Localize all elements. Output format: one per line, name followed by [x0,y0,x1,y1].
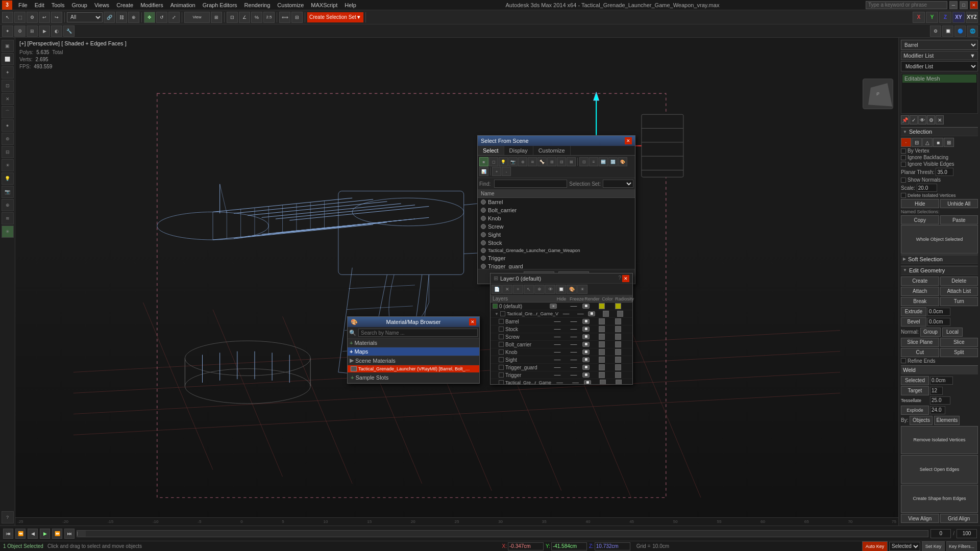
extrude-input[interactable] [927,308,950,316]
layer-item-knob[interactable]: Knob ──── 🔲 [491,348,632,356]
tb-angle-snap[interactable]: ∠ [239,12,250,23]
play-back-btn[interactable]: ◀ [28,529,38,539]
mat-section-materials[interactable]: + Materials [348,339,479,347]
slice-button[interactable]: Slice [940,338,978,347]
layer-barrel-check[interactable] [499,319,504,324]
stock-color[interactable] [599,326,605,332]
modifier-stack[interactable]: Editable Mesh [901,73,978,114]
tb-select-scale[interactable]: ⤢ [168,12,180,23]
layer-tactical2-check[interactable] [499,380,504,384]
scene-object-list[interactable]: Barrel Bolt_carrier Knob Screw Sight Sto… [478,198,635,269]
tb-ref-coord[interactable]: View [184,12,210,23]
explode-button[interactable]: Explode [901,406,929,415]
key-filters-btn[interactable]: Key Filters... [946,541,977,552]
tb-link[interactable]: 🔗 [104,12,115,23]
explode-input[interactable] [930,406,945,414]
stock-render[interactable]: 🔲 [582,327,590,332]
scene-filter-space[interactable]: ≋ [528,157,537,166]
ignore-visible-check[interactable] [901,162,906,167]
face-btn[interactable]: △ [922,138,933,147]
scene-item-knob[interactable]: Knob [478,214,635,222]
layer-0-color-box[interactable] [599,303,605,309]
sidebar-light-sun[interactable]: ☀ [2,159,14,171]
split-button[interactable]: Split [940,348,978,357]
layer-item-screw[interactable]: Screw ──── 🔲 [491,333,632,341]
scene-filter-none[interactable]: ⊟ [557,157,566,166]
tb-align[interactable]: ⊟ [291,12,303,23]
trigger-color[interactable] [599,372,605,378]
scene-item-bolt-carrier[interactable]: Bolt_carrier [478,206,635,214]
sidebar-scene-x[interactable]: ✕ [2,93,14,105]
mod-pin-btn[interactable]: 📌 [901,115,909,124]
material-browser-close[interactable]: ✕ [469,318,476,325]
scene-collapse[interactable]: - [502,167,511,176]
screw-render[interactable]: 🔲 [582,334,590,339]
normal-local-button[interactable]: Local [942,328,963,337]
screw-radiosity[interactable] [615,334,621,340]
screw-color[interactable] [599,334,605,340]
tab-display[interactable]: ◐ [51,26,62,37]
scale-input[interactable] [917,184,937,192]
layer-select-btn[interactable]: ↖ [524,285,534,294]
grid-align-button[interactable]: Grid Align [940,514,978,523]
modifier-editable-mesh[interactable]: Editable Mesh [902,74,976,83]
layer-item-trigger-guard[interactable]: Trigger_guard ──── 🔲 [491,364,632,371]
paste-button[interactable]: Paste [940,215,978,224]
xyz-axis-button[interactable]: XYZ [966,12,978,23]
select-tab[interactable]: Select [478,146,504,155]
layer-0-render-icon[interactable]: 🔲 [582,304,590,309]
scene-sort-color[interactable]: 🎨 [618,157,627,166]
menu-edit[interactable]: Edit [32,2,47,9]
sidebar-info[interactable]: ? [2,511,14,523]
remove-isolated-button[interactable]: Remove Isolated Vertices [901,426,978,455]
tb-redo[interactable]: ↪ [51,12,62,23]
sample-slots-expand[interactable]: + Sample Slots [349,373,478,382]
layer-bolt-check[interactable] [499,342,504,347]
scene-filter-shapes[interactable]: ◻ [489,157,498,166]
layer-tactical-check[interactable] [500,311,505,316]
sidebar-editable[interactable]: ✦ [2,66,14,79]
tb-select-rotate[interactable]: ↺ [156,12,167,23]
find-input[interactable] [494,180,567,188]
tb-spinner-snap[interactable]: 2.5 [263,12,275,23]
turn-button[interactable]: Turn [940,297,978,306]
layer-item-0[interactable]: 0 (default) 👁 ── 🔲 [491,303,632,310]
tg-color[interactable] [599,364,605,370]
y-input[interactable] [551,542,587,550]
scene-filter-lights[interactable]: 💡 [499,157,508,166]
menu-graph-editors[interactable]: Graph Editors [200,2,240,9]
select-from-scene-close[interactable]: ✕ [625,137,632,144]
y-axis-button[interactable]: Y [926,12,938,23]
layer-0-radiosity-box[interactable] [615,303,621,309]
current-frame-input[interactable] [930,529,951,538]
tessellate-input[interactable] [930,396,950,405]
edit-geometry-title[interactable]: ▼ Edit Geometry [901,266,978,275]
next-key-btn[interactable]: ⏩ [52,529,62,539]
tab-modify[interactable]: ⚙ [14,26,26,37]
scene-display-icons[interactable]: ⊡ [579,157,589,166]
delete-button[interactable]: Delete [940,277,978,286]
elements-button[interactable]: Elements [934,416,960,425]
mat-search-input[interactable] [358,329,478,337]
layer-stock-check[interactable] [499,327,504,332]
menu-customize[interactable]: Customize [274,2,307,9]
scene-item-trigger[interactable]: Trigger [478,254,635,262]
layer-color-btn[interactable]: 🎨 [567,285,577,294]
layer-item-tactical2[interactable]: Tactical_Gre...r_Game ──── 🔲 [491,379,632,384]
bolt-color[interactable] [599,341,605,347]
stock-radiosity[interactable] [615,326,621,332]
next-frame-btn[interactable]: ⏭ [64,529,75,539]
tb-select-region[interactable]: ⬚ [14,12,26,23]
sidebar-cylinder[interactable]: ⊚ [2,133,14,145]
auto-key-btn[interactable]: Auto Key [862,541,888,552]
mod-show-btn[interactable]: 👁 [918,115,926,124]
attach-button[interactable]: Attach [901,287,939,296]
tb-render-frame[interactable]: 🔲 [942,26,953,37]
sidebar-teapot[interactable]: ⊟ [2,146,14,158]
knob-render[interactable]: 🔲 [582,349,590,355]
weld-target-button[interactable]: Target [901,386,929,395]
break-button[interactable]: Break [901,297,939,306]
tb-select-filter[interactable]: ⚙ [27,12,38,23]
copy-button[interactable]: Copy [901,215,939,224]
bevel-input[interactable] [927,318,950,326]
